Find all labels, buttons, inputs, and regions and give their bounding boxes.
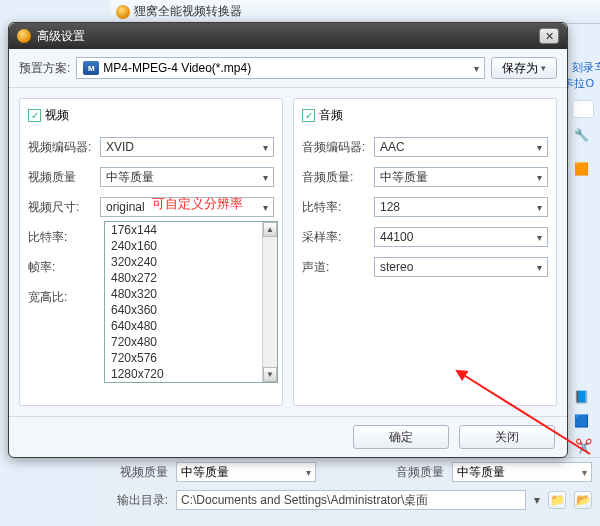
dropdown-scrollbar[interactable]: ▲ ▼: [262, 222, 277, 382]
preset-combo[interactable]: M MP4-MPEG-4 Video(*.mp4): [76, 57, 485, 79]
audio-samplerate-combo[interactable]: 44100: [374, 227, 548, 247]
bb-audio-quality-select[interactable]: 中等质量: [452, 462, 592, 482]
bb-video-quality-select[interactable]: 中等质量: [176, 462, 316, 482]
size-option[interactable]: 176x144: [105, 222, 277, 238]
bg-small-icon-4: 🟦: [574, 414, 598, 430]
dropdown-icon[interactable]: ▾: [534, 493, 540, 507]
dialog-icon: [17, 29, 31, 43]
ok-button[interactable]: 确定: [353, 425, 449, 449]
dialog-titlebar[interactable]: 高级设置 ✕: [9, 23, 567, 49]
size-option[interactable]: 720x480: [105, 334, 277, 350]
settings-gear-icon[interactable]: ✂️: [575, 438, 592, 454]
audio-channel-combo[interactable]: stereo: [374, 257, 548, 277]
open-folder-icon[interactable]: 📂: [574, 491, 592, 509]
video-section-label: 视频: [45, 107, 69, 124]
video-size-combo[interactable]: original: [100, 197, 274, 217]
size-option[interactable]: 480x320: [105, 286, 277, 302]
audio-quality-label: 音频质量:: [302, 169, 368, 186]
bg-format-icon: [572, 100, 594, 118]
audio-samplerate-label: 采样率:: [302, 229, 368, 246]
video-aspect-label: 宽高比:: [28, 289, 94, 306]
audio-channel-label: 声道:: [302, 259, 368, 276]
video-size-label: 视频尺寸:: [28, 199, 94, 216]
chevron-down-icon: ▾: [541, 63, 546, 73]
video-quality-label: 视频质量: [28, 169, 94, 186]
bb-video-quality-label: 视频质量: [108, 464, 168, 481]
link-karaoke[interactable]: 卡拉O: [563, 76, 594, 90]
audio-encoder-combo[interactable]: AAC: [374, 137, 548, 157]
preset-row: 预置方案: M MP4-MPEG-4 Video(*.mp4) 保存为 ▾: [9, 49, 567, 88]
size-option[interactable]: 240x160: [105, 238, 277, 254]
audio-bitrate-combo[interactable]: 128: [374, 197, 548, 217]
bb-output-label: 输出目录:: [108, 492, 168, 509]
audio-quality-combo[interactable]: 中等质量: [374, 167, 548, 187]
link-record[interactable]: 刻录: [572, 60, 594, 74]
video-encoder-combo[interactable]: XVID: [100, 137, 274, 157]
size-option[interactable]: 720x576: [105, 350, 277, 366]
audio-panel: ✓ 音频 音频编码器: AAC 音频质量: 中等质量 比特率: 128 采样率:…: [293, 98, 557, 406]
link-record-suffix: 车: [595, 60, 600, 74]
audio-checkbox[interactable]: ✓: [302, 109, 315, 122]
close-button[interactable]: 关闭: [459, 425, 555, 449]
audio-bitrate-label: 比特率:: [302, 199, 368, 216]
advanced-settings-dialog: 高级设置 ✕ 预置方案: M MP4-MPEG-4 Video(*.mp4) 保…: [8, 22, 568, 458]
preset-value: MP4-MPEG-4 Video(*.mp4): [103, 61, 251, 75]
bb-output-path[interactable]: C:\Documents and Settings\Administrator\…: [176, 490, 526, 510]
scroll-down-icon[interactable]: ▼: [263, 367, 277, 382]
app-icon: [116, 5, 130, 19]
bg-small-icon-1: 🔧: [574, 128, 598, 144]
audio-encoder-label: 音频编码器:: [302, 139, 368, 156]
size-option[interactable]: 480x272: [105, 270, 277, 286]
mp4-format-icon: M: [83, 61, 99, 75]
video-size-dropdown[interactable]: 176x144 240x160 320x240 480x272 480x320 …: [104, 221, 278, 383]
save-as-button[interactable]: 保存为 ▾: [491, 57, 557, 79]
preset-label: 预置方案:: [19, 60, 70, 77]
bg-window-title: 狸窝全能视频转换器: [134, 3, 242, 20]
bg-window-titlebar: 狸窝全能视频转换器: [110, 0, 600, 24]
bg-small-icon-2: 🟧: [574, 162, 598, 178]
video-quality-combo[interactable]: 中等质量: [100, 167, 274, 187]
bb-audio-quality-label: 音频质量: [384, 464, 444, 481]
dialog-title: 高级设置: [37, 28, 85, 45]
scroll-up-icon[interactable]: ▲: [263, 222, 277, 237]
browse-folder-icon[interactable]: 📁: [548, 491, 566, 509]
size-option[interactable]: 320x240: [105, 254, 277, 270]
size-option[interactable]: 1280x720: [105, 366, 277, 382]
size-option[interactable]: 640x360: [105, 302, 277, 318]
audio-section-label: 音频: [319, 107, 343, 124]
video-encoder-label: 视频编码器:: [28, 139, 94, 156]
bottom-bar: 视频质量 中等质量 音频质量 中等质量 输出目录: C:\Documents a…: [100, 457, 600, 526]
bg-small-icon-3: 📘: [574, 390, 598, 406]
video-panel: ✓ 视频 视频编码器: XVID 视频质量 中等质量 视频尺寸: origina…: [19, 98, 283, 406]
video-bitrate-label: 比特率:: [28, 229, 94, 246]
video-checkbox[interactable]: ✓: [28, 109, 41, 122]
video-fps-label: 帧率:: [28, 259, 94, 276]
size-option[interactable]: 640x480: [105, 318, 277, 334]
close-icon[interactable]: ✕: [539, 28, 559, 44]
